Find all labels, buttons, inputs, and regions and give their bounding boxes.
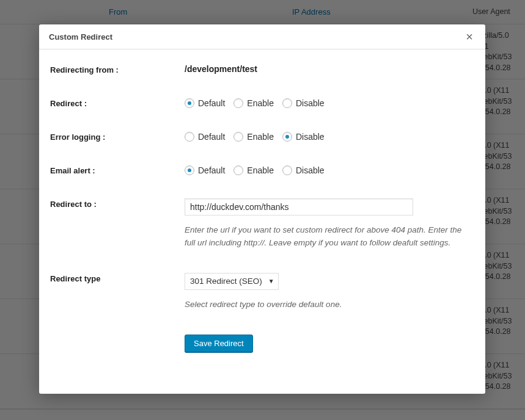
modal-title: Custom Redirect [49,32,112,42]
helper-redirect-type: Select redirect type to override default… [185,299,466,311]
email-alert-option-enable[interactable]: Enable [233,165,274,175]
close-icon[interactable]: × [463,31,475,43]
value-redirecting-from: /development/test [185,64,257,74]
radio-icon [185,132,194,142]
redirect-to-input[interactable] [185,198,413,215]
radio-label: Default [198,165,225,175]
radio-label: Disable [296,165,325,175]
email-alert-option-default[interactable]: Default [185,165,225,175]
radio-icon [282,132,292,142]
helper-redirect-to: Enter the url if you want to set custom … [185,224,466,250]
radio-label: Default [198,132,225,142]
error-logging-option-disable[interactable]: Disable [282,131,325,142]
radio-label: Disable [296,132,325,142]
radio-group-email-alert: DefaultEnableDisable [185,165,474,175]
modal-header: Custom Redirect × [39,24,485,49]
label-redirecting-from: Redirecting from : [50,64,185,74]
label-redirect-to: Redirect to : [50,198,185,250]
redirect-option-disable[interactable]: Disable [282,98,325,108]
radio-icon [233,132,243,142]
radio-group-redirect: DefaultEnableDisable [185,98,474,108]
modal-body: Redirecting from : /development/test Red… [39,49,485,394]
radio-label: Enable [247,98,274,108]
radio-icon [233,165,243,175]
redirect-type-selected: 301 Redirect (SEO) [190,277,262,286]
label-error-logging: Error logging : [50,131,185,142]
email-alert-option-disable[interactable]: Disable [282,165,325,175]
radio-label: Default [198,98,225,108]
label-email-alert: Email alert : [50,165,185,175]
redirect-type-select[interactable]: 301 Redirect (SEO) ▼ [185,273,279,290]
radio-group-error-logging: DefaultEnableDisable [185,131,474,142]
error-logging-option-enable[interactable]: Enable [233,131,274,142]
redirect-option-default[interactable]: Default [185,98,225,108]
chevron-down-icon: ▼ [268,278,274,284]
redirect-option-enable[interactable]: Enable [233,98,274,108]
custom-redirect-modal: Custom Redirect × Redirecting from : /de… [39,24,485,394]
radio-icon [282,165,292,175]
radio-icon [282,98,292,108]
radio-icon [185,165,194,175]
radio-label: Disable [296,98,325,108]
save-redirect-button[interactable]: Save Redirect [185,335,253,352]
label-redirect: Redirect : [50,98,185,108]
label-redirect-type: Redirect type [50,273,185,311]
radio-icon [233,98,243,108]
radio-label: Enable [247,165,274,175]
radio-icon [185,98,194,108]
radio-label: Enable [247,132,274,142]
error-logging-option-default[interactable]: Default [185,131,225,142]
